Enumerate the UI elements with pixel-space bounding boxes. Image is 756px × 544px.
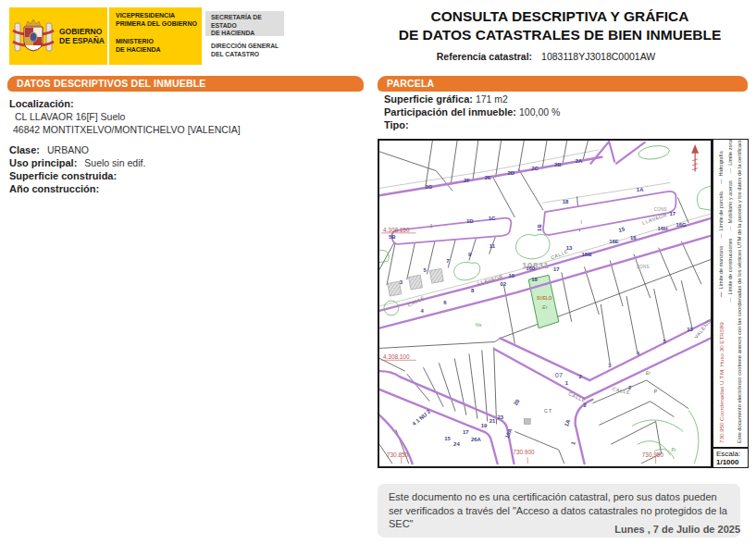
- clase-value: URBANO: [47, 144, 89, 155]
- legend-item: —Hidrografía: [718, 151, 724, 184]
- ministerio-label: MINISTERIO DE HACIENDA: [116, 38, 202, 54]
- map-label: 10A: [504, 427, 514, 439]
- ministry-labels: VICEPRESIDENCIA PRIMERA DEL GOBIERNO MIN…: [109, 7, 202, 65]
- map-label: 15: [444, 436, 451, 441]
- scale-value: 1/1000: [716, 458, 748, 466]
- map-label: 16: [630, 235, 637, 241]
- map-label: 2E: [485, 175, 491, 180]
- scale-box: Escala: 1/1000: [713, 448, 749, 468]
- map-label: Er: [646, 370, 651, 376]
- participacion-value: 100,00 %: [519, 106, 560, 117]
- legend-label: Límite de parcela: [718, 192, 724, 230]
- map-label: SUELO: [537, 296, 552, 301]
- map-label: 17: [463, 429, 469, 435]
- coat-of-arms-area: GOBIERNO DE ESPAÑA: [9, 7, 109, 65]
- tipo-row: Tipo:: [384, 119, 409, 130]
- map-coordinate-ticks: [381, 233, 656, 464]
- legend-line-symbol: —: [718, 179, 724, 185]
- map-label: CONS: [654, 207, 667, 212]
- clase-row: Clase:URBANO: [9, 144, 89, 155]
- map-label: 23: [498, 414, 504, 420]
- electronic-document-note: Este documento electrónico contiene anex…: [737, 139, 742, 443]
- map-label: 26A: [471, 437, 482, 442]
- legend-label: Límite zona verde: [727, 139, 733, 166]
- map-label: 1: [565, 380, 569, 386]
- document-date: Lunes , 7 de Julio de 2025: [463, 524, 740, 535]
- map-label: 21: [490, 418, 496, 424]
- map-label: 2: [628, 385, 632, 390]
- legend-line-symbol: —: [727, 168, 733, 174]
- map-label: 18: [563, 199, 569, 204]
- map-label: 19: [481, 423, 488, 428]
- map-label: 2D: [507, 170, 514, 176]
- utm-coordinates-note: 730.950 Coordenadas U.T.M. Huso 30 ETRS8…: [718, 322, 725, 443]
- map-label: 20: [513, 398, 521, 406]
- map-label: Ns: [476, 322, 482, 328]
- uso-principal-row: Uso principal:Suelo sin edif.: [9, 157, 145, 168]
- legend-label: Límite de construcciones: [727, 239, 733, 295]
- map-label: 1C: [489, 216, 496, 221]
- spain-coat-of-arms-icon: [9, 12, 57, 60]
- gobierno-logo-block: GOBIERNO DE ESPAÑA VICEPRESIDENCIA PRIME…: [9, 7, 202, 65]
- map-label: 8: [471, 288, 475, 293]
- legend-label: Límite de manzana: [718, 246, 724, 290]
- map-label: 2F: [464, 178, 470, 183]
- legend-item: —Límite zona verde: [727, 139, 733, 173]
- map-label: 4: [421, 308, 425, 314]
- map-label: 16E: [609, 239, 619, 244]
- anio-construccion-row: Año construcción:: [9, 183, 106, 194]
- legend-label: Hidrografía: [718, 151, 724, 176]
- map-label: 1D: [466, 218, 474, 224]
- cadastral-document-page: GOBIERNO DE ESPAÑA VICEPRESIDENCIA PRIME…: [0, 0, 756, 544]
- map-label: 1: [429, 223, 433, 229]
- section-title-datos-descriptivos: DATOS DESCRIPTIVOS DEL INMUEBLE: [7, 76, 364, 92]
- address-line1: CL LLAVAOR 16[F] Suelo: [15, 111, 125, 122]
- secretaria-box: SECRETARÍA DE ESTADO DE HACIENDA: [205, 11, 284, 36]
- map-label: 3: [400, 279, 403, 285]
- vicepresidencia-label: VICEPRESIDENCIA PRIMERA DEL GOBIERNO: [116, 12, 202, 28]
- map-label: 02: [501, 281, 507, 287]
- legend-line-symbol: —: [727, 298, 733, 303]
- map-label: 1A: [564, 418, 571, 427]
- legend-label: Mobiliario y aceras: [727, 180, 733, 223]
- legend-row-2: —Límite de construcciones—Mobiliario y a…: [727, 139, 733, 303]
- map-label: 17: [553, 266, 560, 272]
- map-label: 11: [490, 243, 496, 249]
- map-label: 2C: [531, 166, 539, 171]
- map-label: 2B: [554, 162, 562, 167]
- map-label: 5B: [389, 234, 396, 240]
- map-label: 13: [566, 245, 573, 251]
- map-label: 160: [526, 266, 536, 271]
- map-label: 6: [443, 300, 447, 305]
- map-label: C.T.: [544, 409, 552, 414]
- map-label: 16H: [658, 226, 668, 231]
- map-label: 730.850: [387, 451, 409, 458]
- map-label: 18: [531, 277, 538, 282]
- legend-row-1: —Límite de manzana—Límite de parcela—Hid…: [718, 143, 724, 297]
- highlighted-parcel: [528, 275, 559, 328]
- scale-label: Escala:: [716, 450, 748, 458]
- legend-item: —Límite de parcela: [718, 192, 724, 239]
- direccion-catastro-label: DIRECCIÓN GENERAL DEL CATASTRO: [205, 43, 294, 58]
- map-label: 2G: [425, 184, 432, 190]
- referencia-label: Referencia catastral:: [437, 51, 532, 62]
- map-label: 17: [669, 211, 675, 216]
- superficie-grafica-row: Superficie gráfica: 171 m2: [384, 93, 508, 105]
- gobierno-espana-label: GOBIERNO DE ESPAÑA: [59, 27, 105, 45]
- address-line2: 46842 MONTITXELVO/MONTICHELVO [VALENCIA]: [13, 124, 241, 135]
- cadastral-map: 2G2F2E2D2C2B2A1D1C1B181A1715ICONSLLAVAOR…: [378, 139, 713, 468]
- legend-item: —Límite de manzana: [718, 246, 724, 297]
- map-label: 2A: [576, 158, 583, 164]
- legend-line-symbol: —: [718, 233, 724, 239]
- map-label: 24: [453, 441, 460, 447]
- superficie-construida-row: Superficie construida:: [9, 170, 124, 181]
- map-label: 15: [618, 226, 626, 233]
- north-arrow-icon: [691, 144, 699, 172]
- map-label: 5: [423, 267, 427, 273]
- section-title-parcela: PARCELA: [378, 76, 748, 92]
- map-label: 1A: [637, 187, 644, 192]
- participacion-row: Participación del inmueble: 100,00 %: [384, 106, 560, 117]
- map-label: 4.308.150: [383, 227, 410, 233]
- map-label: 4.308.100: [383, 353, 410, 360]
- map-label: 16G: [675, 222, 687, 228]
